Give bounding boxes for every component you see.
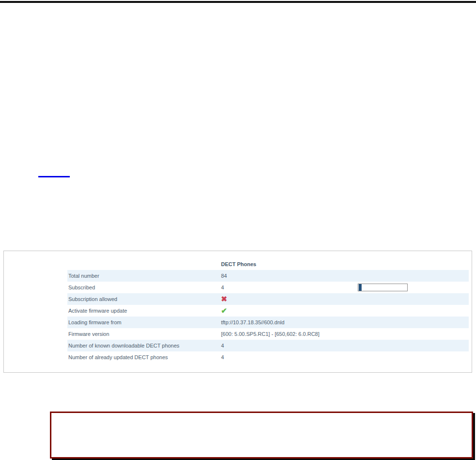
table-row-subscribed: Subscribed 4: [67, 282, 469, 293]
dect-status-figure-panel: DECT Phones Total number 84 Subscribed 4…: [3, 251, 472, 373]
row-value: [600: 5.00.SP5.RC1] - [650,602: 6.0.RC8]: [221, 328, 469, 340]
table-row-firmware-version: Firmware version [600: 5.00.SP5.RC1] - […: [67, 328, 469, 340]
row-value: 84: [221, 270, 469, 282]
table-row-already-updated: Number of already updated DECT phones 4: [67, 351, 469, 363]
check-icon: ✔: [221, 306, 227, 315]
document-page: { "document": { "link": { "visible_text"…: [0, 0, 476, 460]
row-value: 4: [221, 282, 469, 293]
row-value: 4: [221, 351, 469, 363]
row-label: Number of known downloadable DECT phones: [67, 340, 221, 351]
subscribed-progress-bar: [358, 284, 408, 291]
row-label: Number of already updated DECT phones: [67, 351, 221, 363]
row-label: Subscription allowed: [67, 293, 221, 305]
row-label: Total number: [67, 270, 221, 282]
cross-icon: ✖: [221, 295, 227, 303]
table-header: DECT Phones: [67, 258, 469, 270]
table-row-loading-firmware-from: Loading firmware from tftp://10.37.18.35…: [67, 317, 469, 328]
progress-fill: [359, 284, 362, 291]
row-value: tftp://10.37.18.35//600.dnld: [221, 317, 469, 328]
row-label: Activate firmware update: [67, 305, 221, 317]
row-label: Subscribed: [67, 282, 221, 293]
table-row-total-number: Total number 84: [67, 270, 469, 282]
page-top-rule: [0, 1, 476, 3]
hyperlink-underline[interactable]: [38, 171, 70, 177]
note-box: [50, 412, 473, 459]
row-label: Firmware version: [67, 328, 221, 340]
dect-status-table: DECT Phones Total number 84 Subscribed 4…: [67, 258, 469, 363]
row-label: Loading firmware from: [67, 317, 221, 328]
row-value: 4: [221, 340, 469, 351]
table-row-activate-firmware-update: Activate firmware update ✔: [67, 305, 469, 317]
row-value: ✔: [221, 305, 469, 317]
table-row-subscription-allowed: Subscription allowed ✖: [67, 293, 469, 305]
table-row-known-downloadable: Number of known downloadable DECT phones…: [67, 340, 469, 351]
row-value: ✖: [221, 293, 469, 305]
